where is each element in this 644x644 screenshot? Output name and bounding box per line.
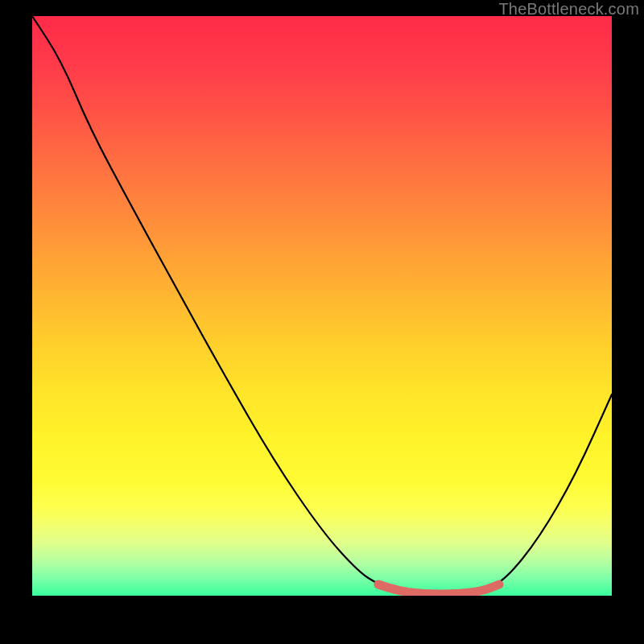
optimal-highlight [378,584,499,594]
bottleneck-curve [32,16,612,594]
chart-container: TheBottleneck.com [0,0,644,644]
plot-area [32,16,612,596]
plot-svg [32,16,612,596]
